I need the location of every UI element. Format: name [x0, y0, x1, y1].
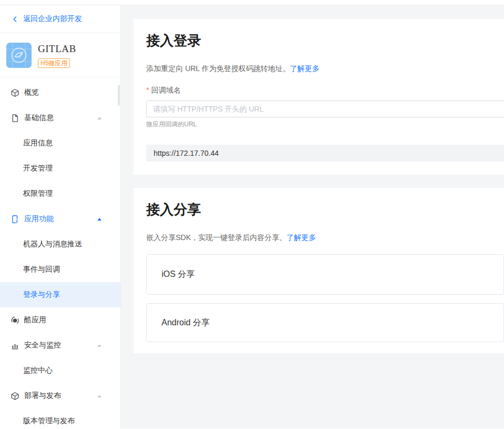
- sidebar-scrollbar[interactable]: [118, 85, 120, 106]
- share-item-android[interactable]: Android 分享: [146, 303, 504, 342]
- share-card-description: 嵌入分享SDK，实现一键登录后内容分享。了解更多: [146, 232, 504, 243]
- share-item-label: Android 分享: [162, 317, 210, 328]
- required-mark: *: [146, 86, 149, 94]
- login-card-title: 接入登录: [146, 32, 504, 49]
- back-link-label: 返回企业内部开发: [23, 14, 82, 24]
- sidebar-item-label: 登录与分享: [23, 290, 60, 300]
- deploy-cube-icon: [11, 392, 19, 401]
- sidebar-item-label: 事件与回调: [23, 265, 60, 274]
- share-learn-more-link[interactable]: 了解更多: [287, 233, 316, 242]
- sidebar-item-security-monitor[interactable]: 安全与监控: [0, 333, 120, 358]
- share-list: iOS 分享Android 分享: [146, 254, 504, 342]
- sidebar-item-cool-app[interactable]: 酷应用: [0, 307, 120, 333]
- sidebar-item-monitor-center[interactable]: 监控中心: [0, 358, 120, 383]
- callback-url-row[interactable]: https://172.17.70.44: [146, 145, 504, 162]
- document-icon: [11, 114, 19, 123]
- app-layout: 返回企业内部开发 GITLAB H5微应用 概览基础信息应用信息开发管理权限管理…: [0, 5, 504, 428]
- share-card-description-text: 嵌入分享SDK，实现一键登录后内容分享。: [146, 233, 287, 242]
- callback-domain-label: *回调域名: [146, 86, 504, 95]
- sidebar-item-label: 安全与监控: [24, 341, 61, 350]
- share-card-title: 接入分享: [146, 201, 504, 218]
- chevron-up-icon[interactable]: [97, 344, 102, 347]
- chevron-up-icon[interactable]: [97, 117, 102, 119]
- sidebar-item-label: 机器人与消息推送: [23, 240, 82, 249]
- sidebar-item-label: 基础信息: [24, 113, 54, 123]
- sidebar-item-label: 部署与发布: [24, 391, 61, 401]
- sidebar-item-basic-info[interactable]: 基础信息: [0, 105, 120, 131]
- sidebar-item-label: 应用功能: [24, 214, 54, 224]
- sidebar-item-overview[interactable]: 概览: [0, 80, 120, 105]
- sidebar-item-version-release[interactable]: 版本管理与发布: [0, 408, 120, 428]
- back-link[interactable]: 返回企业内部开发: [0, 5, 120, 33]
- sidebar-item-label: 权限管理: [23, 189, 53, 198]
- sidebar-item-permission-management[interactable]: 权限管理: [0, 181, 120, 206]
- sidebar-item-label: 酷应用: [24, 315, 46, 325]
- sidebar-item-label: 监控中心: [23, 366, 53, 375]
- sidebar-item-label: 应用信息: [23, 138, 53, 148]
- chevron-up-icon[interactable]: [97, 218, 102, 221]
- callback-domain-label-text: 回调域名: [151, 86, 180, 94]
- cube-icon: [11, 88, 19, 97]
- app-info: GITLAB H5微应用: [38, 43, 76, 68]
- sidebar-item-robot-message-push[interactable]: 机器人与消息推送: [0, 232, 120, 257]
- sidebar-item-app-info[interactable]: 应用信息: [0, 131, 120, 156]
- main-content: 接入登录 添加重定向 URL 作为免登授权码跳转地址。了解更多 *回调域名 微应…: [121, 5, 504, 428]
- callback-url-input[interactable]: [146, 101, 504, 117]
- sidebar: 返回企业内部开发 GITLAB H5微应用 概览基础信息应用信息开发管理权限管理…: [0, 5, 121, 428]
- app-type-badge: H5微应用: [38, 58, 70, 68]
- login-learn-more-link[interactable]: 了解更多: [290, 64, 319, 73]
- share-item-ios[interactable]: iOS 分享: [146, 254, 504, 295]
- share-access-card: 接入分享 嵌入分享SDK，实现一键登录后内容分享。了解更多 iOS 分享Andr…: [134, 188, 504, 353]
- sidebar-item-event-callback[interactable]: 事件与回调: [0, 257, 120, 282]
- chevron-left-icon: [12, 16, 18, 23]
- login-access-card: 接入登录 添加重定向 URL 作为免登授权码跳转地址。了解更多 *回调域名 微应…: [134, 19, 504, 175]
- chevron-up-icon[interactable]: [97, 395, 102, 397]
- login-card-description-text: 添加重定向 URL 作为免登授权码跳转地址。: [146, 64, 290, 73]
- login-card-description: 添加重定向 URL 作为免登授权码跳转地址。了解更多: [146, 63, 504, 74]
- sidebar-item-deploy-release[interactable]: 部署与发布: [0, 383, 120, 408]
- sidebar-item-label: 版本管理与发布: [23, 416, 75, 426]
- callback-url-helper: 微应用回调的URL: [146, 120, 504, 129]
- phone-lightning-icon: [11, 215, 19, 224]
- sidebar-item-label: 开发管理: [23, 164, 53, 173]
- bar-chart-icon: [11, 341, 19, 350]
- sidebar-item-login-share[interactable]: 登录与分享: [0, 282, 120, 307]
- cool-app-icon: [11, 316, 19, 325]
- app-logo-icon: [6, 43, 32, 68]
- share-item-label: iOS 分享: [162, 269, 195, 280]
- callback-url-value: https://172.17.70.44: [154, 149, 219, 157]
- app-block: GITLAB H5微应用: [0, 33, 120, 77]
- sidebar-item-label: 概览: [24, 88, 39, 97]
- sidebar-item-dev-management[interactable]: 开发管理: [0, 156, 120, 181]
- sidebar-menu: 概览基础信息应用信息开发管理权限管理应用功能机器人与消息推送事件与回调登录与分享…: [0, 77, 120, 428]
- top-strip: [0, 0, 504, 5]
- app-name: GITLAB: [38, 43, 76, 55]
- sidebar-item-app-features[interactable]: 应用功能: [0, 206, 120, 232]
